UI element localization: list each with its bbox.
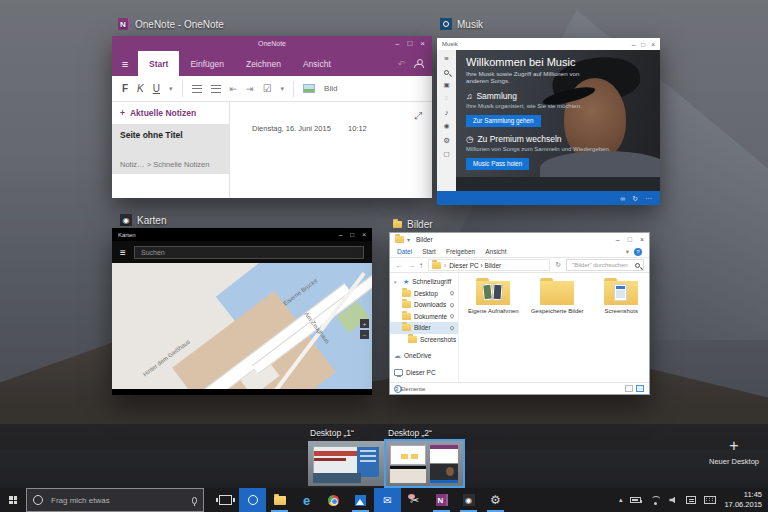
minimize-icon[interactable]: – [339,231,343,238]
karten-window[interactable]: Karten – □ × ≡ Hinter dem Gießhaus Am Ze… [112,228,372,395]
taskbar-snipping-button[interactable]: ✂ [401,488,428,512]
numbered-list-button[interactable] [211,85,221,93]
italic-button[interactable]: K [137,83,144,94]
settings-icon[interactable]: ⚙ [443,137,450,145]
forward-icon[interactable]: → [407,261,415,270]
shuffle-icon[interactable]: ∞ [620,195,625,202]
maximize-icon[interactable]: □ [350,231,354,238]
breadcrumb[interactable]: Notiz… > Schnelle Notizen [120,160,209,169]
maximize-icon[interactable]: □ [628,236,632,243]
radio-icon[interactable]: ◉ [444,123,450,130]
folder-tile-eigene-aufnahmen[interactable]: Eigene Aufnahmen [465,281,521,316]
taskbar-onenote-button[interactable]: N [428,488,455,512]
minimize-icon[interactable]: – [395,39,399,48]
start-button[interactable] [0,488,26,512]
taskbar-explorer-button[interactable] [266,488,293,512]
close-icon[interactable]: × [651,41,655,48]
underline-button[interactable]: U [153,83,160,94]
explorer-window[interactable]: ▾ Bilder – □ × Datei Start Freigeben Ans… [389,232,650,395]
bilder-window-label[interactable]: Bilder [393,219,433,230]
karten-titlebar[interactable]: Karten – □ × [112,228,372,241]
nav-item-screenshots[interactable]: Screenshots [390,334,458,346]
undo-icon[interactable]: ↶ [397,59,405,69]
musik-window-label[interactable]: Musik [440,18,483,30]
close-icon[interactable]: × [362,231,366,238]
go-to-collection-button[interactable]: Zur Sammlung gehen [466,115,541,127]
artists-icon[interactable]: ◌ [445,95,449,102]
musik-player-bar[interactable]: ∞ ↻ ⋯ [437,191,660,205]
nav-item-dokumente[interactable]: Dokumente [390,311,458,323]
tab-datei[interactable]: Datei [397,248,412,255]
taskbar-search-input[interactable] [49,495,186,506]
volume-icon[interactable] [669,496,678,504]
help-icon[interactable]: ? [634,248,642,256]
tray-expand-chevron-icon[interactable]: ▴ [619,496,623,504]
maximize-icon[interactable]: □ [407,39,412,48]
up-icon[interactable]: ↑ [419,261,423,270]
close-icon[interactable]: × [420,39,425,48]
explorer-search-input[interactable] [570,261,633,269]
map-canvas[interactable]: Hinter dem Gießhaus Am Zeughaus Eiserne … [112,263,372,389]
touch-keyboard-icon[interactable] [704,496,716,504]
minimize-icon[interactable]: – [632,41,636,48]
selected-page-item[interactable]: Seite ohne Titel Notiz… > Schnelle Notiz… [112,124,229,174]
battery-icon[interactable] [630,497,641,503]
karten-window-label[interactable]: ◉ Karten [120,214,166,226]
onenote-page-canvas[interactable]: Dienstag, 16. Juni 2015 10:12 ⤢ [230,102,432,198]
repeat-icon[interactable]: ↻ [632,195,638,202]
hamburger-menu-icon[interactable]: ≡ [112,51,138,76]
microphone-icon[interactable] [192,497,197,504]
tab-start[interactable]: Start [138,51,179,76]
explorer-search-box[interactable] [566,259,644,271]
taskbar-photos-button[interactable] [347,488,374,512]
tab-einfuegen[interactable]: Einfügen [179,51,235,76]
details-view-button[interactable] [625,385,633,392]
onenote-titlebar[interactable]: OneNote – □ × [112,36,432,51]
desktop-1-thumbnail[interactable] [308,441,385,486]
nav-item-schnellzugriff[interactable]: ▾ ★ Schnellzugriff [390,276,458,288]
nav-item-desktop[interactable]: Desktop [390,288,458,300]
map-zoom-out-button[interactable]: – [360,330,369,339]
outdent-button[interactable]: ⇤ [230,84,238,94]
back-icon[interactable]: ← [395,261,403,270]
action-center-icon[interactable] [686,496,696,505]
nav-item-dieser-pc[interactable]: Dieser PC [390,367,458,379]
nav-item-bilder[interactable]: Bilder [390,322,458,334]
address-breadcrumb[interactable]: › Dieser PC › Bilder [428,259,550,271]
onenote-window-label[interactable]: N OneNote - OneNote [118,18,224,30]
search-icon[interactable] [635,263,640,268]
musik-titlebar[interactable]: Musik – □ × [437,38,660,50]
explorer-titlebar[interactable]: ▾ Bilder – □ × [390,233,649,246]
share-person-icon[interactable] [414,59,423,68]
maximize-icon[interactable]: □ [641,41,645,48]
songs-icon[interactable]: ♪ [445,109,449,117]
insert-image-label[interactable]: Bild [324,84,337,93]
notes-section-header[interactable]: + Aktuelle Notizen [112,102,229,124]
ribbon-expand-chevron-icon[interactable]: ▾ [626,248,629,256]
onenote-window[interactable]: OneNote – □ × ≡ Start Einfügen Zeichnen … [112,36,432,198]
folder-tile-gespeicherte-bilder[interactable]: Gespeicherte Bilder [529,281,585,316]
map-zoom-in-button[interactable]: + [360,319,369,328]
taskbar-mail-button[interactable]: ✉ [374,488,401,512]
expand-diagonal-icon[interactable]: ⤢ [414,110,422,122]
minimize-icon[interactable]: – [616,236,620,243]
nav-item-onedrive[interactable]: ☁ OneDrive [390,350,458,362]
tab-start[interactable]: Start [422,248,436,255]
tag-options-chevron-icon[interactable]: ▾ [281,85,285,93]
bullet-list-button[interactable] [192,85,202,93]
cortana-search-box[interactable] [26,488,204,512]
taskbar-clock[interactable]: 11:45 17.06.2015 [724,490,762,510]
folder-tile-screenshots[interactable]: Screenshots [593,281,649,316]
search-icon[interactable] [444,70,449,75]
checkbox-tag-button[interactable]: ☑ [263,83,272,94]
nav-item-downloads[interactable]: Downloads [390,299,458,311]
new-desktop-button[interactable]: + Neuer Desktop [702,438,766,482]
music-pass-button[interactable]: Music Pass holen [466,158,529,170]
tab-ansicht[interactable]: Ansicht [292,51,342,76]
albums-icon[interactable]: ▣ [443,82,449,89]
twisty-icon[interactable]: ▾ [394,279,400,285]
tab-freigeben[interactable]: Freigeben [446,248,475,255]
font-options-chevron-icon[interactable]: ▾ [169,85,173,93]
close-icon[interactable]: × [640,236,644,243]
more-options-icon[interactable]: ⋯ [645,195,652,202]
